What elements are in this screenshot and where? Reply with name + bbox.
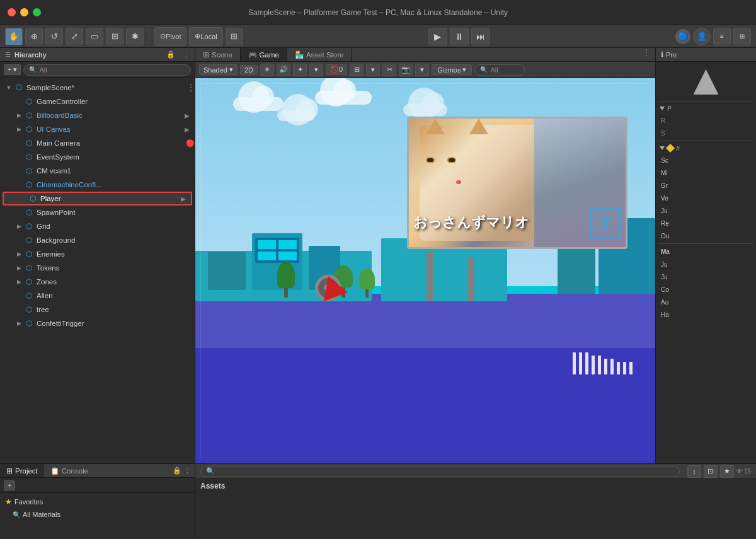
tokens-icon: ⬡ [24,264,34,272]
proj-more[interactable]: ⋮ [184,467,191,475]
lock-icon[interactable]: 🔒 [166,50,175,59]
camera-more[interactable]: ▾ [415,64,429,76]
window-1 [258,240,276,249]
hierarchy-item-tree[interactable]: ▶ ⬡ tree [0,303,195,316]
all-materials-item[interactable]: 🔍 All Materials [5,508,190,521]
viewport-area: ⊞ Scene 🎮 Game 🏪 Asset Store ⋮ Shaded ▾ … [195,48,655,463]
scene-search[interactable]: 🔍 All [474,64,525,76]
transform-tool[interactable]: ⊞ [106,28,123,45]
move-tool[interactable]: ⊕ [25,28,43,45]
scene-label: SampleScene* [26,84,185,91]
scale-tool[interactable]: ⤢ [66,28,83,45]
audio-button[interactable]: 🔊 [277,64,290,76]
hierarchy-item-billboardbasic[interactable]: ▶ ⬡ BillboardBasic ▶ [0,108,195,122]
prop-sc: Sc [658,154,753,166]
hierarchy-search[interactable]: 🔍 All [23,64,191,76]
confetti-icon: ⬡ [24,319,34,328]
visibility-btn[interactable]: 🚫0 [326,64,347,75]
minimize-button[interactable] [20,8,28,16]
step-button[interactable]: ⏭ [471,28,490,45]
transform-collapse [660,107,665,110]
hierarchy-item-uicanvas[interactable]: ▶ ⬡ UI Canvas ▶ [0,122,195,136]
hierarchy-item-maincamera[interactable]: ▶ ⬡ Main Camera 🔴 [0,136,195,150]
pivot-button[interactable]: ⊙ Pivot [155,28,186,45]
main-toolbar: ✋ ⊕ ↺ ⤢ ▭ ⊞ ✱ ⊙ Pivot ⊕ Local ⊞ ▶ ⏸ ⏭ 🔵 … [0,25,756,48]
hierarchy-item-zones[interactable]: ▶ ⬡ Zones [0,275,195,289]
sep3 [658,243,753,244]
hierarchy-item-cinemachine[interactable]: ▶ ⬡ CinemachineConfi... [0,178,195,192]
hierarchy-item-background[interactable]: ▶ ⬡ Background [0,233,195,247]
hand-tool[interactable]: ✋ [5,28,23,45]
filter-button[interactable]: ⊡ [704,465,718,478]
hierarchy-item-tokens[interactable]: ▶ ⬡ Tokens [0,261,195,275]
shading-dropdown[interactable]: Shaded ▾ [199,64,238,75]
fence-post [598,356,601,374]
tab-scene[interactable]: ⊞ Scene [195,48,241,61]
layers-button[interactable]: ≡ [713,28,731,45]
close-button[interactable] [8,8,16,16]
pause-button[interactable]: ⏸ [450,28,469,45]
hierarchy-item-alien[interactable]: ▶ ⬡ Alien [0,289,195,303]
hierarchy-item-grid[interactable]: ▶ ⬡ Grid [0,219,195,233]
hierarchy-item-confetti[interactable]: ▶ ⬡ ConfettiTrigger [0,316,195,330]
gizmos-dropdown[interactable]: Gizmos ▾ [432,64,472,75]
tab-assetstore[interactable]: 🏪 Asset Store [287,48,352,61]
sort-button[interactable]: ↕ [687,465,701,478]
sep1 [149,29,149,44]
spawnpoint-icon: ⬡ [24,208,34,217]
project-search-box[interactable]: 🔍 [200,466,680,477]
camera-btn[interactable]: 📷 [399,64,413,76]
hierarchy-add-button[interactable]: + ▾ [4,64,21,75]
val-ju: Ju [661,207,668,214]
shading-chevron: ▾ [229,66,233,74]
transform-section-title[interactable]: P [658,103,753,114]
hierarchy-item-player[interactable]: ▶ ⬡ Player ▶ [3,192,192,206]
2d-button[interactable]: 2D [240,65,258,75]
effects-button[interactable]: ✦ [293,64,307,76]
player-icon: ⬡ [28,194,38,203]
play-button[interactable]: ▶ [428,28,447,45]
proj-lock-icon[interactable]: 🔒 [173,467,181,475]
hierarchy-item-cmvcam1[interactable]: ▶ ⬡ CM vcam1 [0,164,195,178]
search-text: All [39,66,47,74]
tab-project[interactable]: ⊞ Project [0,464,44,477]
hierarchy-item-spawnpoint[interactable]: ▶ ⬡ SpawnPoint [0,206,195,219]
viewport-tabs: ⊞ Scene 🎮 Game 🏪 Asset Store ⋮ [195,48,655,62]
rect-tool[interactable]: ▭ [86,28,103,45]
uicanvas-label: UI Canvas [37,125,195,133]
project-add-button[interactable]: + [4,480,15,490]
hierarchy-item-gamecontroller[interactable]: ▶ ⬡ GameController [0,95,195,108]
hierarchy-more[interactable]: ⋮ [183,50,190,59]
hierarchy-item-eventsystem[interactable]: ▶ ⬡ EventSystem [0,150,195,164]
scene-icon: ⎔ [14,83,24,92]
component-section-title[interactable]: # [658,142,753,154]
fence-post [629,362,633,374]
rotate-tool[interactable]: ↺ [45,28,63,45]
grid-more[interactable]: ▾ [366,64,380,76]
snap-btn[interactable]: ✂ [382,64,396,76]
custom-tool[interactable]: ✱ [126,28,144,45]
prop-ha: Ha [658,308,753,321]
grid-button[interactable]: ⊞ [226,28,243,45]
maximize-button[interactable] [33,8,41,16]
hierarchy-item-samplescene[interactable]: ▼ ⎔ SampleScene* ⋮ [0,81,195,95]
account-button[interactable]: 👤 [693,28,711,45]
tab-console[interactable]: 📋 Console [44,464,94,477]
grid-btn[interactable]: ⊞ [350,64,364,76]
effects-more[interactable]: ▾ [309,64,323,76]
zones-arrow: ▶ [15,278,23,286]
lighting-button[interactable]: ☀ [260,64,274,76]
tab-game[interactable]: 🎮 Game [241,48,287,61]
scene-viewport[interactable]: おっさんずマリオ T ⚙ [195,78,655,463]
collab-button[interactable]: 🔵 [675,29,690,44]
layout-button[interactable]: ⊞ [733,28,751,45]
tree-label: tree [37,306,195,313]
tab-more[interactable]: ⋮ [638,48,655,61]
val-ve: Ve [661,195,668,202]
local-button[interactable]: ⊕ Local [190,28,222,45]
hierarchy-item-enemies[interactable]: ▶ ⬡ Enemies [0,247,195,261]
star-filter-button[interactable]: ★ [720,465,734,478]
scene-menu[interactable]: ⋮ [187,83,195,92]
tree-3 [277,263,295,298]
fence-post [604,359,607,374]
